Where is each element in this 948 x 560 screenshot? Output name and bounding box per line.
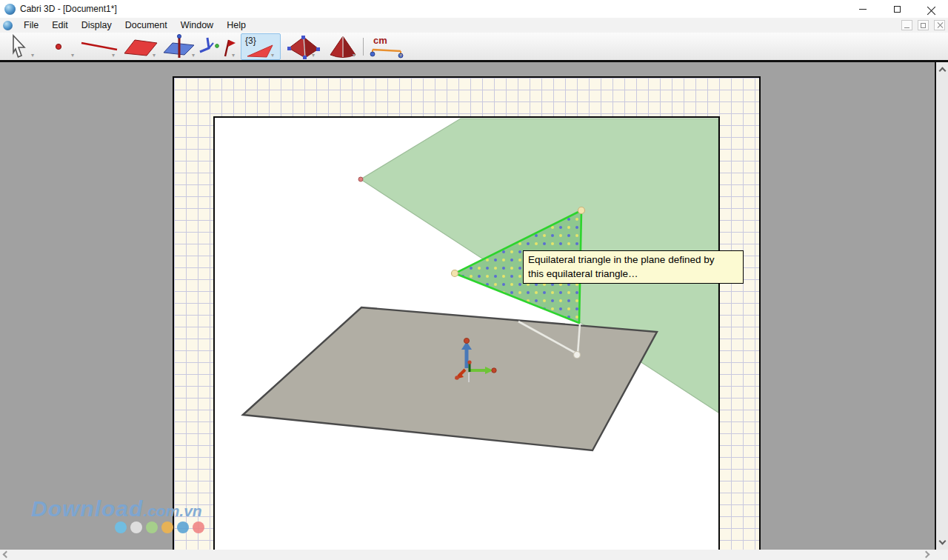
child-restore-icon [921,23,926,28]
polyhedron-tool-button[interactable] [284,33,324,60]
menu-help[interactable]: Help [220,18,253,33]
title-bar: Cabri 3D - [Document1*] [0,0,948,18]
triangle-vertex-point[interactable] [578,207,585,214]
scene-3d [215,118,718,550]
polyhedron-icon [284,33,324,60]
child-minimize-button[interactable] [901,20,912,30]
point-tool-button[interactable] [43,33,73,60]
menu-file[interactable]: File [17,18,45,33]
tool-tooltip: Equilateral triangle in the plane define… [523,250,744,284]
close-icon [927,5,935,13]
menu-bar: File Edit Display Document Window Help [0,18,948,33]
watermark-dot [115,521,127,533]
base-plane[interactable] [243,307,657,450]
watermark-dots [115,521,204,533]
scroll-up-icon[interactable] [939,67,947,75]
watermark: Download.com.vn [31,496,202,521]
perpendicular-line-tool-button[interactable] [197,33,237,60]
horizontal-scrollbar[interactable] [0,550,948,560]
point-icon [43,33,73,60]
triangle-vertex-point[interactable] [452,270,458,277]
chevron-down-icon[interactable]: ▾ [31,53,34,59]
menu-document[interactable]: Document [118,18,174,33]
chevron-down-icon[interactable]: ▾ [192,53,195,59]
minimize-icon [859,9,867,10]
watermark-dot [146,521,158,533]
child-close-button[interactable] [934,20,945,30]
scroll-left-icon[interactable] [3,551,10,559]
chevron-down-icon[interactable]: ▾ [232,53,235,59]
chevron-down-icon[interactable]: ▾ [112,53,115,59]
tooltip-line1: Equilateral triangle in the plane define… [528,253,738,267]
cm-label: cm [373,35,387,46]
tooltip-line2: this equilateral triangle… [528,267,738,281]
menu-edit[interactable]: Edit [45,18,75,33]
child-restore-button[interactable] [918,20,929,30]
close-button[interactable] [914,0,948,18]
scroll-down-icon[interactable] [939,538,947,545]
workspace: Equilateral triangle in the plane define… [0,62,935,550]
watermark-dot [193,521,204,533]
projected-point[interactable] [574,352,581,359]
app-icon [4,4,16,15]
chevron-down-icon[interactable]: ▾ [271,53,274,59]
toolbar-separator [363,38,364,56]
watermark-suffix: .com.vn [143,502,201,519]
plane-point[interactable] [358,177,363,181]
perpendicular-line-icon [197,33,237,60]
menu-window[interactable]: Window [174,18,220,33]
chevron-down-icon[interactable]: ▾ [399,53,402,59]
watermark-dot [177,521,189,533]
window-title: Cabri 3D - [Document1*] [20,4,117,14]
chevron-down-icon[interactable]: ▾ [353,53,356,59]
child-close-icon [937,22,943,28]
app-window: Cabri 3D - [Document1*] File Edit Displa… [0,0,948,560]
toolbar: ▾ ▾ ▾ ▾ ▾ [0,33,948,62]
chevron-down-icon[interactable]: ▾ [71,53,74,59]
chevron-down-icon[interactable]: ▾ [312,53,315,59]
restore-button[interactable] [880,0,914,18]
watermark-dot [161,521,173,533]
regular-polygon-icon: {3} [241,34,280,59]
restore-icon [894,6,901,13]
drawing-area[interactable] [213,116,720,550]
watermark-dot [130,521,142,533]
document-icon [3,21,13,30]
manipulation-tool-button[interactable] [4,33,34,60]
cursor-icon [4,33,34,60]
menu-display[interactable]: Display [75,18,118,33]
minimize-button[interactable] [846,0,880,18]
watermark-text: Download [31,496,143,521]
polygon-count-label: {3} [245,36,256,46]
chevron-down-icon[interactable]: ▾ [153,53,156,59]
vertical-scrollbar[interactable] [935,62,948,550]
child-minimize-icon [904,27,909,28]
regular-polygon-tool-button-selected[interactable]: {3} [241,33,281,60]
scroll-right-icon[interactable] [923,551,930,559]
